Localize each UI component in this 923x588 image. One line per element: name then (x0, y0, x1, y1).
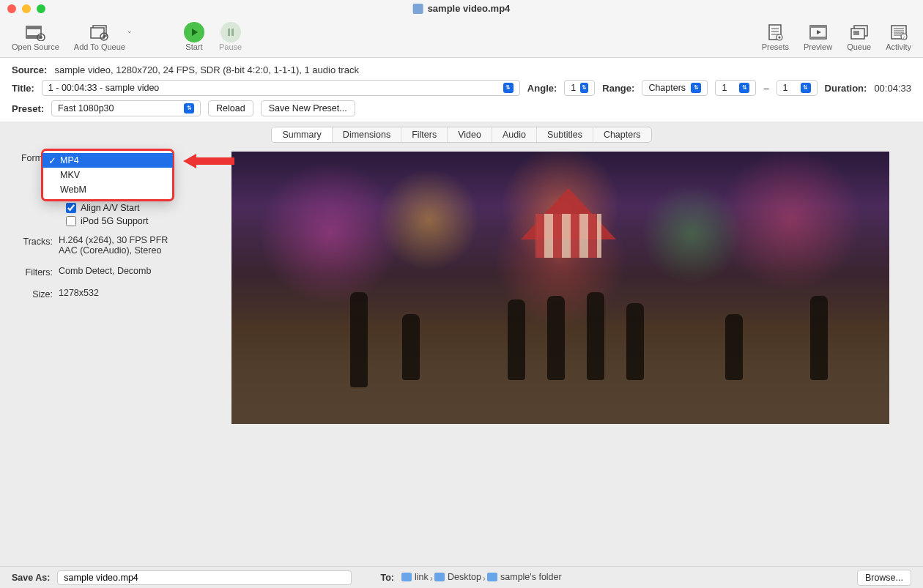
tracks-label: Tracks: (12, 235, 59, 247)
updown-icon: ⇅ (580, 83, 588, 93)
open-source-label: Open Source (12, 42, 59, 51)
preview-label: Preview (804, 42, 832, 51)
activity-icon: i (889, 23, 909, 42)
preset-label: Preset: (12, 103, 44, 114)
tabbar: SummaryDimensionsFiltersVideoAudioSubtit… (12, 127, 911, 143)
tracks-value: H.264 (x264), 30 FPS PFR AAC (CoreAudio)… (59, 235, 217, 256)
range-label: Range: (602, 83, 634, 94)
close-window-button[interactable] (7, 4, 16, 13)
save-as-label: Save As: (12, 573, 50, 583)
folder-icon (434, 573, 445, 581)
minimize-window-button[interactable] (22, 4, 31, 13)
angle-label: Angle: (527, 83, 557, 94)
format-option-mp4[interactable]: MP4 (42, 153, 173, 168)
tab-dimensions[interactable]: Dimensions (333, 127, 401, 142)
format-option-mkv[interactable]: MKV (42, 168, 173, 182)
presets-label: Presets (762, 42, 789, 51)
film-open-icon (25, 23, 45, 42)
preview-icon (808, 23, 829, 42)
updown-icon: ⇅ (184, 103, 194, 113)
activity-label: Activity (886, 42, 911, 51)
tab-filters[interactable]: Filters (401, 127, 448, 142)
tab-summary[interactable]: Summary (272, 127, 332, 142)
updown-icon: ⇅ (739, 83, 749, 93)
updown-icon: ⇅ (801, 83, 811, 93)
preview-button[interactable]: Preview (796, 21, 839, 53)
start-button[interactable]: Start (177, 21, 212, 53)
window-title: sample video.mp4 (428, 3, 511, 14)
save-new-preset-button[interactable]: Save New Preset... (261, 100, 355, 116)
fullscreen-window-button[interactable] (37, 4, 45, 13)
updown-icon: ⇅ (691, 83, 701, 93)
title-select[interactable]: 1 - 00:04:33 - sample video ⇅ (42, 80, 520, 96)
add-to-queue-label: Add To Queue (74, 42, 125, 51)
format-option-webm[interactable]: WebM (42, 182, 173, 197)
updown-icon: ⇅ (503, 83, 514, 93)
add-to-queue-button[interactable]: Add To Queue ⌄ (67, 21, 140, 53)
range-to-select[interactable]: 1 ⇅ (776, 80, 818, 96)
to-label: To: (381, 573, 395, 583)
presets-button[interactable]: Presets (755, 21, 796, 53)
angle-select[interactable]: 1 ⇅ (564, 80, 595, 96)
range-from-select[interactable]: 1 ⇅ (715, 80, 756, 96)
breadcrumb-item[interactable]: link (401, 572, 429, 582)
pause-icon (220, 22, 241, 42)
svg-point-11 (779, 37, 781, 39)
activity-button[interactable]: i Activity (878, 21, 919, 53)
queue-add-icon (89, 23, 110, 42)
tab-video[interactable]: Video (448, 127, 492, 142)
svg-rect-1 (26, 26, 41, 29)
svg-rect-17 (853, 31, 859, 35)
open-source-button[interactable]: Open Source (4, 21, 67, 53)
filters-value: Comb Detect, Decomb (59, 266, 217, 276)
ipod-5g-checkbox[interactable]: iPod 5G Support (64, 216, 217, 226)
range-sep: – (763, 83, 768, 94)
svg-rect-2 (26, 35, 41, 38)
play-icon (184, 22, 204, 42)
presets-icon (765, 23, 785, 42)
range-mode-select[interactable]: Chapters ⇅ (642, 80, 708, 96)
main-content: SummaryDimensionsFiltersVideoAudioSubtit… (0, 122, 923, 569)
size-value: 1278x532 (59, 288, 217, 298)
source-label: Source: (12, 64, 47, 75)
duration-value: 00:04:33 (874, 83, 911, 94)
breadcrumb-separator: › (481, 573, 487, 584)
source-value: sample video, 1280x720, 24 FPS, SDR (8-b… (54, 64, 359, 75)
footer: Save As: To: link›Desktop›sample's folde… (0, 566, 923, 588)
size-label: Size: (12, 288, 59, 299)
annotation-arrow (183, 152, 234, 171)
video-preview (231, 152, 889, 424)
queue-button[interactable]: Queue (839, 21, 878, 53)
preset-select[interactable]: Fast 1080p30 ⇅ (51, 100, 201, 116)
breadcrumb-item[interactable]: sample's folder (487, 572, 562, 582)
align-av-checkbox[interactable]: Align A/V Start (64, 203, 217, 213)
duration-label: Duration: (825, 83, 867, 94)
reload-button[interactable]: Reload (208, 100, 253, 116)
tab-chapters[interactable]: Chapters (593, 127, 651, 142)
chevron-down-icon[interactable]: ⌄ (125, 23, 133, 34)
window-titlebar: sample video.mp4 (0, 0, 923, 17)
svg-rect-7 (228, 29, 230, 36)
breadcrumb-item[interactable]: Desktop (434, 572, 481, 582)
svg-rect-8 (231, 29, 234, 36)
folder-icon (401, 573, 412, 581)
tab-audio[interactable]: Audio (492, 127, 537, 142)
title-select-value: 1 - 00:04:33 - sample video (48, 83, 159, 93)
svg-rect-14 (810, 37, 826, 39)
save-as-input[interactable] (57, 570, 351, 585)
save-location-breadcrumb[interactable]: link›Desktop›sample's folder (401, 572, 562, 584)
folder-icon (487, 573, 497, 581)
filters-label: Filters: (12, 266, 59, 278)
queue-label: Queue (847, 42, 871, 51)
pause-label: Pause (219, 42, 242, 51)
document-icon (413, 4, 423, 14)
pause-button[interactable]: Pause (212, 21, 249, 53)
format-dropdown[interactable]: MP4MKVWebM (42, 150, 173, 200)
window-controls (0, 4, 45, 13)
browse-button[interactable]: Browse... (857, 570, 911, 586)
tab-subtitles[interactable]: Subtitles (537, 127, 593, 142)
start-label: Start (185, 42, 202, 51)
info-panel: Source: sample video, 1280x720, 24 FPS, … (0, 58, 923, 122)
toolbar: Open Source Add To Queue ⌄ Start Pause P… (0, 17, 923, 58)
queue-icon (849, 23, 870, 42)
